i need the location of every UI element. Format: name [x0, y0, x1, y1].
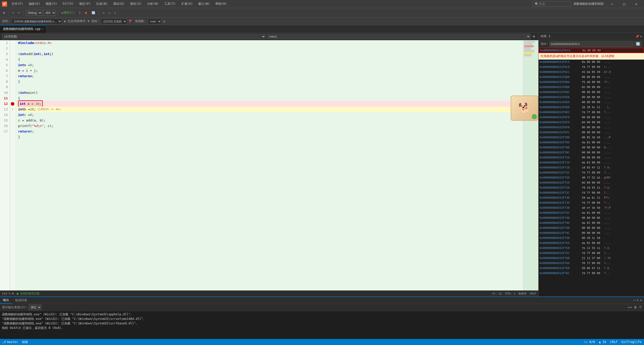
tab-output[interactable]: 输出: [0, 297, 12, 304]
restart-button[interactable]: 🔄: [90, 10, 97, 15]
separator-2: [23, 10, 24, 15]
window-title: 函数栈帧的创建和销毁: [574, 2, 604, 6]
step-into-button[interactable]: →: [101, 10, 106, 15]
memory-pin-icon[interactable]: 📌: [635, 35, 639, 38]
stack-select[interactable]: main: [148, 19, 162, 24]
output-line-4: 线程 0x47c4 已退出，返回值为 0 (0x0)。: [2, 326, 642, 330]
process-select[interactable]: [34500] 函数栈帧的创建和销毁.e...: [12, 19, 62, 24]
dog-widget[interactable]: 🐕 +: [511, 96, 538, 121]
menu-file[interactable]: 文件(F): [9, 1, 26, 7]
output-line-1: 函数栈帧的创建和销毁.exe" (Win32): 已加载 "C:\Windows…: [2, 312, 642, 317]
bottom-panel-close[interactable]: ×: [640, 298, 642, 302]
memory-row: 0x0000000DA552F72Cfd 7f 00 00?...: [539, 190, 644, 195]
step-over-button[interactable]: ⤵: [77, 10, 82, 15]
run-to-cursor-button[interactable]: ↓: [113, 10, 117, 15]
stop-button[interactable]: ⏹: [83, 10, 89, 15]
output-wrap-icon[interactable]: ⟺: [628, 306, 632, 309]
tab-error-list[interactable]: 错误列表: [12, 297, 30, 304]
memory-row: 0x0000000DA552F764f6 7f 00 00?...: [539, 261, 644, 266]
address-input[interactable]: [549, 41, 633, 47]
git-branch[interactable]: master: [7, 340, 18, 344]
code-line-10: ⊟int main(): [17, 90, 521, 96]
status-ready: 就绪: [22, 340, 28, 344]
search-bar[interactable]: 🔍: [533, 1, 571, 7]
tab-close-button[interactable]: ×: [42, 28, 43, 30]
memory-row: 0x0000000DA552F6F800 00 00 00....: [539, 125, 644, 130]
code-editor[interactable]: 1 2 3 4 5 6 7 8 9 10 11 12 13 14 15 16 1: [0, 40, 538, 290]
code-line-11: {: [17, 96, 521, 101]
memory-row: 0x0000000DA552F75000 20 3c 50.: [539, 236, 644, 241]
new-file-button[interactable]: ⊕: [2, 10, 6, 15]
memory-panel-title: 内存 1: [541, 34, 635, 38]
platform-select[interactable]: x64: [43, 10, 56, 16]
breakpoint-indicator[interactable]: [11, 102, 14, 106]
split-editor-button[interactable]: ⊞: [532, 34, 536, 39]
minimize-button[interactable]: ─: [606, 0, 618, 8]
output-source-select[interactable]: 调试: [28, 305, 42, 310]
menu-project[interactable]: 项目(P): [76, 1, 93, 7]
scope-select[interactable]: (全局范围): [2, 34, 266, 39]
memory-row: 0x0000000DA552F6F40d 00 00 00....: [539, 120, 644, 125]
memory-content[interactable]: 0x0000000DA552F6C40a 00 00 00....0x00000…: [539, 60, 644, 296]
output-line-2: "函数栈帧的创建和销毁.exe" (Win32): 已加载 "C:\Window…: [2, 317, 642, 321]
code-line-4: {: [17, 57, 521, 62]
memory-row: 0x0000000DA552F6E000 00 00 00....: [539, 95, 644, 100]
bottom-tab-bar: 输出 错误列表 ─ ⬆ ×: [0, 297, 644, 304]
code-line-16: printf("%d\n", c);: [17, 123, 521, 129]
output-clear-icon[interactable]: 🗑: [634, 306, 637, 309]
memory-highlighted-row: 0x0000000DA552F6C4 0a 00 00 00 ....: [539, 48, 644, 53]
function-select[interactable]: main(): [267, 34, 530, 39]
menu-tools[interactable]: 工具(T): [162, 1, 178, 7]
main-toolbar: ⊕ ↩ ↪ Debug x64 ▶ 继续(C) ⤵ ⏹ 🔄 → ↗ ↓: [0, 8, 644, 18]
memory-row: 0x0000000DA552F6D4f5 d6 00 00??..: [539, 80, 644, 85]
thread-select[interactable]: [22292] 主线程: [101, 19, 127, 24]
lifecycle-events[interactable]: ◆ 生命周期事件 ▼: [64, 19, 89, 23]
status-right: ↑↓ 0/0 ▲ 16 CRLF Gitfroglife: [584, 340, 641, 344]
stack-settings-icon[interactable]: ⚙: [164, 20, 165, 23]
output-clock-icon[interactable]: ⏱: [639, 306, 642, 309]
process-bar: 进程: [34500] 函数栈帧的创建和销毁.e... ◆ 生命周期事件 ▼ 线…: [0, 18, 644, 25]
maximize-button[interactable]: □: [618, 0, 630, 8]
menu-debug[interactable]: 调试(D): [111, 1, 127, 7]
memory-row: 0x0000000DA552F70C00 00 00 00....: [539, 150, 644, 155]
code-lines[interactable]: #include <stdio.h> ⊟int add(int i, int j…: [15, 40, 523, 290]
output-line-3: "函数栈帧的创建和销毁.exe" (Win32): 已加载 "C:\Window…: [2, 321, 642, 326]
menu-analyze[interactable]: 分析(N): [145, 1, 161, 7]
platform-info: Gitfroglife: [622, 340, 641, 344]
undo-button[interactable]: ↩: [11, 10, 15, 15]
memory-row: 0x0000000DA552F758fe 11 55 11?.U.: [539, 246, 644, 251]
menu-extensions[interactable]: 扩展(X): [179, 1, 195, 7]
memory-row: 0x0000000DA552F734fd 7f 00 00?...: [539, 200, 644, 205]
code-line-13-arrow: int b = 20; 已用时间 <= 4ms: [17, 107, 521, 112]
menu-window[interactable]: 窗口(W): [196, 1, 212, 7]
memory-row: 0x0000000DA552F6C40a 00 00 00....: [539, 60, 644, 65]
current-line-arrow: ➤: [12, 107, 14, 111]
menu-edit[interactable]: 编辑(E): [26, 1, 43, 7]
menu-test[interactable]: 测试(S): [128, 1, 144, 7]
editor-minimap[interactable]: [523, 40, 538, 290]
menu-git[interactable]: Git(G): [60, 1, 76, 7]
editor-tab-main[interactable]: 函数栈帧的创建和销毁.cpp ×: [0, 25, 46, 33]
menu-build[interactable]: 生成(B): [94, 1, 110, 7]
refresh-memory-button[interactable]: 🔄: [634, 41, 642, 47]
menu-view[interactable]: 视图(V): [43, 1, 60, 7]
memory-close-icon[interactable]: ×: [640, 35, 642, 38]
memory-row: 0x0000000DA552F73050 ae 6c 11P?l.: [539, 195, 644, 200]
bottom-panel-minimize[interactable]: ─: [634, 298, 636, 302]
continue-button[interactable]: ▶ 继续(C): [60, 10, 76, 16]
search-input[interactable]: [539, 2, 569, 6]
menu-help[interactable]: 帮助(H): [213, 1, 229, 7]
memory-row: 0x0000000DA552F6ECfd 7f 00 00?...: [539, 110, 644, 115]
debug-config-select[interactable]: Debug: [26, 10, 42, 16]
memory-row: 0x0000000DA552F73Cda 01 00 00....: [539, 210, 644, 215]
bottom-panel-maximize[interactable]: ⬆: [637, 298, 639, 302]
step-out-button[interactable]: ↗: [107, 10, 112, 15]
redo-button[interactable]: ↪: [16, 10, 21, 15]
code-line-15: c = add(a, b);: [17, 118, 521, 123]
code-line-6: m = i + j;: [17, 68, 521, 73]
memory-address-bar: 地址: 🔄: [539, 40, 644, 48]
editor-panel: (全局范围) main() ⊞ 1 2 3 4 5 6 7 8: [0, 33, 538, 296]
memory-annotation: 红线框的是a的地址可以显示出在a中存的值，以16进制: [539, 53, 644, 60]
memory-row: 0x0000000DA552F6E816 20 4c 11. L.: [539, 105, 644, 110]
close-button[interactable]: ×: [630, 0, 642, 8]
